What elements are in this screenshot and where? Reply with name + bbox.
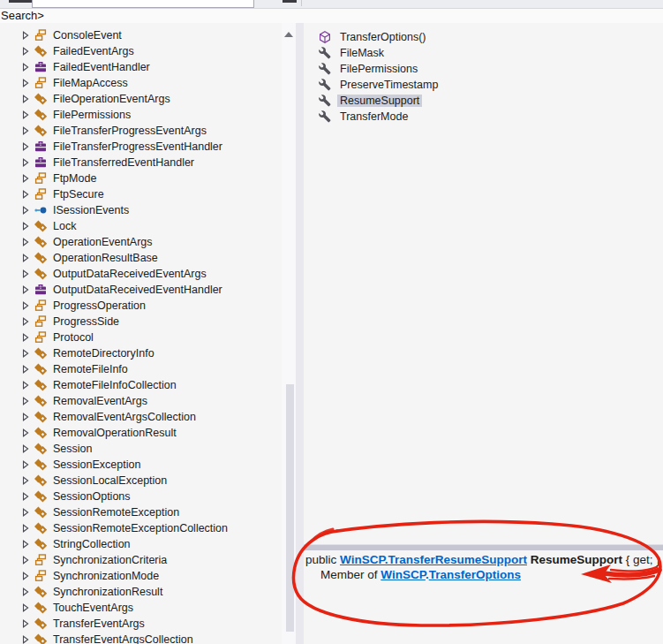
expand-chevron-icon[interactable] <box>22 587 29 596</box>
property-icon <box>318 94 332 108</box>
expand-chevron-icon[interactable] <box>22 397 29 405</box>
tree-item-sessionremoteexceptioncollection[interactable]: SessionRemoteExceptionCollection <box>0 520 282 536</box>
class-icon <box>34 489 48 504</box>
tree-item-failedeventhandler[interactable]: FailedEventHandler <box>0 59 282 75</box>
expand-chevron-icon[interactable] <box>22 476 29 485</box>
tree-item-failedeventargs[interactable]: FailedEventArgs <box>0 43 282 59</box>
expand-chevron-icon[interactable] <box>22 524 29 533</box>
tree-item-stringcollection[interactable]: StringCollection <box>0 536 282 552</box>
tree-item-session[interactable]: Session <box>0 441 282 457</box>
tree-item-filetransferprogresseventargs[interactable]: FileTransferProgressEventArgs <box>0 123 282 139</box>
expand-chevron-icon[interactable] <box>22 349 29 358</box>
tree-item-protocol[interactable]: Protocol <box>0 330 282 345</box>
tree-item-sessionlocalexception[interactable]: SessionLocalException <box>0 473 282 489</box>
scroll-up-arrow-icon[interactable] <box>284 32 293 37</box>
search-combobox[interactable] <box>32 0 254 8</box>
tree-item-sessionremoteexception[interactable]: SessionRemoteException <box>0 504 282 520</box>
tree-item-filepermissions[interactable]: FilePermissions <box>0 107 282 123</box>
tree-item-sessionexception[interactable]: SessionException <box>0 457 282 473</box>
tree-item-progressoperation[interactable]: ProgressOperation <box>0 298 282 314</box>
expand-chevron-icon[interactable] <box>22 31 29 40</box>
tree-item-synchronizationmode[interactable]: SynchronizationMode <box>0 568 282 584</box>
expand-chevron-icon[interactable] <box>22 206 29 215</box>
method-icon <box>318 30 332 44</box>
expand-chevron-icon[interactable] <box>22 126 29 135</box>
expand-chevron-icon[interactable] <box>22 142 29 151</box>
expand-chevron-icon[interactable] <box>22 572 29 580</box>
expand-chevron-icon[interactable] <box>22 365 29 374</box>
class-icon <box>34 235 48 249</box>
tree-item-transfereventargscollection[interactable]: TransferEventArgsCollection <box>0 632 282 644</box>
expand-chevron-icon[interactable] <box>22 428 29 437</box>
tree-item-remotefileinfocollection[interactable]: RemoteFileInfoCollection <box>0 377 282 393</box>
expand-chevron-icon[interactable] <box>22 222 29 231</box>
delegate-icon <box>34 283 48 297</box>
expand-chevron-icon[interactable] <box>22 460 29 469</box>
tree-item-remotedirectoryinfo[interactable]: RemoteDirectoryInfo <box>0 345 282 361</box>
tree-item-operationeventargs[interactable]: OperationEventArgs <box>0 234 282 250</box>
tree-item-ftpmode[interactable]: FtpMode <box>0 170 282 186</box>
expand-chevron-icon[interactable] <box>22 254 29 262</box>
tree-item-filetransferredeventhandler[interactable]: FileTransferredEventHandler <box>0 155 282 170</box>
type-link[interactable]: WinSCP <box>380 568 426 581</box>
tree-item-remotefileinfo[interactable]: RemoteFileInfo <box>0 361 282 377</box>
tree-item-fileoperationeventargs[interactable]: FileOperationEventArgs <box>0 91 282 107</box>
expand-chevron-icon[interactable] <box>22 540 29 549</box>
expand-chevron-icon[interactable] <box>22 619 29 628</box>
expand-chevron-icon[interactable] <box>22 635 29 644</box>
tree-item-lock[interactable]: Lock <box>0 218 282 234</box>
expand-chevron-icon[interactable] <box>22 95 29 103</box>
member-item-preservetimestamp[interactable]: PreserveTimestamp <box>304 77 663 93</box>
expand-chevron-icon[interactable] <box>22 333 29 342</box>
expand-chevron-icon[interactable] <box>22 110 29 119</box>
expand-chevron-icon[interactable] <box>22 508 29 517</box>
expand-chevron-icon[interactable] <box>22 317 29 326</box>
expand-chevron-icon[interactable] <box>22 413 29 421</box>
tree-item-removaleventargs[interactable]: RemovalEventArgs <box>0 393 282 409</box>
type-link[interactable]: WinSCP.TransferResumeSupport <box>340 553 527 566</box>
tree-item-removaleventargscollection[interactable]: RemovalEventArgsCollection <box>0 409 282 425</box>
interface-icon <box>34 203 48 217</box>
expand-chevron-icon[interactable] <box>22 47 29 56</box>
horizontal-splitter[interactable] <box>304 544 663 550</box>
tree-item-synchronizationresult[interactable]: SynchronizationResult <box>0 584 282 600</box>
tree-item-outputdatareceivedeventargs[interactable]: OutputDataReceivedEventArgs <box>0 266 282 282</box>
expand-chevron-icon[interactable] <box>22 63 29 72</box>
tree-item-operationresultbase[interactable]: OperationResultBase <box>0 250 282 266</box>
type-link[interactable]: TransferOptions <box>429 568 521 581</box>
member-item-filemask[interactable]: FileMask <box>304 45 663 61</box>
tree-item-isessionevents[interactable]: ISessionEvents <box>0 202 282 218</box>
tree-item-ftpsecure[interactable]: FtpSecure <box>0 186 282 202</box>
tree-item-filetransferprogresseventhandler[interactable]: FileTransferProgressEventHandler <box>0 139 282 155</box>
expand-chevron-icon[interactable] <box>22 158 29 167</box>
tree-scrollbar[interactable] <box>282 23 296 644</box>
tree-item-sessionoptions[interactable]: SessionOptions <box>0 489 282 504</box>
expand-chevron-icon[interactable] <box>22 79 29 87</box>
expand-chevron-icon[interactable] <box>22 381 29 390</box>
member-item-resumesupport[interactable]: ResumeSupport <box>304 93 663 109</box>
tree-item-removaloperationresult[interactable]: RemovalOperationResult <box>0 425 282 441</box>
expand-chevron-icon[interactable] <box>22 301 29 310</box>
tree-item-progressside[interactable]: ProgressSide <box>0 314 282 330</box>
expand-chevron-icon[interactable] <box>22 603 29 612</box>
tree-item-filemapaccess[interactable]: FileMapAccess <box>0 75 282 91</box>
expand-chevron-icon[interactable] <box>22 285 29 294</box>
tree-item-toucheventargs[interactable]: TouchEventArgs <box>0 600 282 616</box>
expand-chevron-icon[interactable] <box>22 556 29 564</box>
expand-chevron-icon[interactable] <box>22 492 29 501</box>
tree-item-outputdatareceivedeventhandler[interactable]: OutputDataReceivedEventHandler <box>0 282 282 298</box>
member-item-transferoptions[interactable]: TransferOptions() <box>304 29 663 45</box>
expand-chevron-icon[interactable] <box>22 444 29 453</box>
expand-chevron-icon[interactable] <box>22 238 29 246</box>
tree-item-synchronizationcriteria[interactable]: SynchronizationCriteria <box>0 552 282 568</box>
scrollbar-thumb[interactable] <box>286 384 294 632</box>
vertical-splitter[interactable] <box>296 23 304 644</box>
tree-item-consoleevent[interactable]: ConsoleEvent <box>0 27 282 43</box>
member-item-transfermode[interactable]: TransferMode <box>304 109 663 125</box>
expand-chevron-icon[interactable] <box>22 190 29 199</box>
expand-chevron-icon[interactable] <box>22 269 29 278</box>
class-icon <box>34 442 48 456</box>
member-item-filepermissions[interactable]: FilePermissions <box>304 61 663 77</box>
tree-item-transfereventargs[interactable]: TransferEventArgs <box>0 616 282 632</box>
expand-chevron-icon[interactable] <box>22 174 29 183</box>
